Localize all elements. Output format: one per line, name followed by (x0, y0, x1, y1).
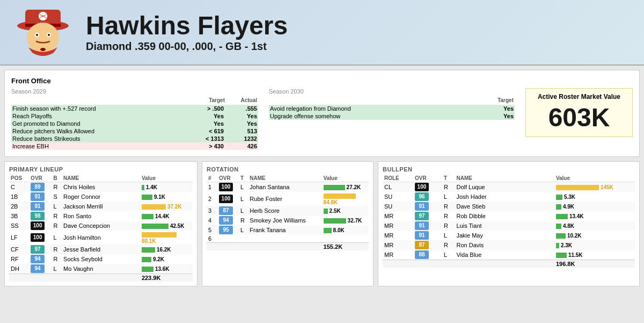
bullpen-title: BULLPEN (383, 166, 635, 173)
ovr-cell: 100 (29, 231, 52, 245)
ovr-cell: 94 (29, 264, 52, 274)
goal2030-text: Upgrade offense somehow (270, 113, 481, 119)
team-info: Hawkins Flayers Diamond .359 00-00, .000… (86, 12, 288, 53)
value-text: 2.5K (330, 208, 341, 214)
ovr-cell: 100 (217, 182, 239, 192)
lineup-col-b: B (52, 175, 62, 182)
goal-text: Increase EBH (12, 143, 191, 149)
value-cell: 84.8K (322, 192, 369, 206)
ovr-badge: 94 (219, 216, 233, 225)
lineup-col-name: NAME (62, 175, 140, 182)
goal-row: Reduce batters Strikeouts < 1313 1232 (11, 135, 258, 142)
goal-target: > 430 (192, 143, 224, 149)
value-bar-indicator (142, 185, 144, 190)
ovr-badge: 98 (31, 212, 45, 220)
ovr-cell: 91 (29, 202, 52, 211)
name-cell: Frank Tanana (248, 225, 321, 235)
svg-point-8 (40, 48, 46, 51)
goal2030-row: Avoid relegation from Diamond Yes (269, 105, 515, 112)
value-bar-indicator (142, 257, 151, 262)
table-row: 3 87 L Herb Score 2.5K (207, 206, 369, 216)
col-header-target2: Target (481, 97, 514, 103)
bullpen-col-ovr: OVR (413, 175, 442, 182)
svg-point-7 (48, 34, 50, 36)
role-cell: SU (383, 202, 413, 211)
table-row: MR 97 R Rob Dibble 13.4K (383, 211, 635, 221)
t-cell: R (442, 240, 455, 250)
t-cell: R (442, 182, 455, 192)
goal-target: < 619 (192, 128, 224, 134)
value-cell: 10.2K (554, 231, 635, 240)
ovr-cell: 88 (413, 250, 442, 260)
table-row: MR 91 R Luis Tiant 4.8K (383, 221, 635, 231)
value-text: 84.8K (324, 199, 338, 205)
value-text: 42.5K (170, 223, 185, 229)
market-value-box: Active Roster Market Value 603K (525, 88, 633, 137)
front-office-section: Front Office Season 2029 Target Actual F… (4, 70, 640, 157)
b-cell: L (52, 264, 62, 274)
ovr-cell: 100 (29, 221, 52, 231)
rotation-col-val: Value (322, 175, 369, 182)
ovr-badge: 91 (415, 202, 429, 211)
rotation-total-row: 155.2K (207, 243, 369, 251)
ovr-cell: 91 (413, 221, 442, 231)
team-subtitle: Diamond .359 00-00, .000, - GB - 1st (86, 40, 288, 53)
table-row: RF 94 R Socks Seybold 9.2K (9, 254, 193, 264)
value-cell: 2.3K (554, 240, 635, 250)
t-cell: L (239, 192, 248, 206)
name-cell: Josh Hamilton (62, 231, 140, 245)
bullpen-total-label (383, 260, 554, 268)
pos-cell: C (9, 182, 29, 192)
lineup-total-row: 223.9K (9, 274, 193, 282)
value-text: 5.3K (564, 194, 575, 200)
value-bar-indicator (324, 193, 356, 199)
num-cell: 4 (207, 216, 217, 225)
value-text: 13.6K (155, 266, 170, 272)
market-value-title: Active Roster Market Value (532, 93, 626, 101)
role-cell: MR (383, 221, 413, 231)
name-cell: Josh Hader (455, 192, 554, 202)
name-cell: Smokey Joe Williams (248, 216, 321, 225)
pos-cell: SS (9, 221, 29, 231)
goal-text: Reduce batters Strikeouts (12, 135, 191, 142)
value-cell: 13.4K (554, 211, 635, 221)
value-bar-indicator (142, 267, 153, 272)
goal2030-row: Upgrade offense somehow Yes (269, 112, 515, 120)
table-row: 2 100 L Rube Foster 84.8K (207, 192, 369, 206)
table-row: 1B 91 S Roger Connor 9.1K (9, 192, 193, 202)
value-bar-indicator (324, 209, 328, 214)
bullpen-tbody: CL 100 R Dolf Luque 145K SU 96 L Josh Ha… (383, 182, 635, 260)
value-text: 16.2K (157, 247, 171, 253)
name-cell: Dolf Luque (455, 182, 554, 192)
value-cell: 14.4K (140, 211, 193, 221)
rotation-col-num: # (207, 175, 217, 182)
rotation-table: # OVR T NAME Value 1 100 L Johan Santana… (207, 175, 369, 250)
value-text: 11.5K (568, 252, 583, 258)
lineup-col-val: Value (140, 175, 193, 182)
value-text: 4.8K (563, 223, 574, 229)
value-bar-indicator (556, 195, 562, 200)
value-text: 80.1K (142, 238, 156, 244)
lineup-col-pos: POS (9, 175, 29, 182)
value-cell: 16.2K (140, 245, 193, 254)
rotation-section: ROTATION # OVR T NAME Value 1 100 L Joha… (202, 161, 374, 286)
ovr-badge: 91 (31, 192, 45, 201)
value-cell: 9.2K (140, 254, 193, 264)
goal2030-target: Yes (481, 113, 514, 119)
name-cell: Ron Santo (62, 211, 140, 221)
lineup-title: PRIMARY LINEUP (9, 166, 193, 173)
value-bar-indicator (142, 195, 152, 200)
rotation-col-ovr: OVR (217, 175, 239, 182)
table-row: 5 95 L Frank Tanana 8.0K (207, 225, 369, 235)
front-office-title: Front Office (11, 77, 633, 85)
bullpen-total-value: 196.8K (554, 260, 635, 268)
ovr-cell: 96 (413, 192, 442, 202)
goal-target: > .500 (192, 105, 224, 112)
value-bar-indicator (324, 185, 345, 190)
bottom-section: PRIMARY LINEUP POS OVR B NAME Value C 89… (4, 161, 640, 286)
goal-text: Finish season with +.527 record (12, 105, 191, 112)
table-row: 6 (207, 235, 369, 243)
name-cell: Roger Connor (62, 192, 140, 202)
market-value-section: Active Roster Market Value 603K (525, 88, 633, 150)
ovr-cell: 89 (29, 182, 52, 192)
